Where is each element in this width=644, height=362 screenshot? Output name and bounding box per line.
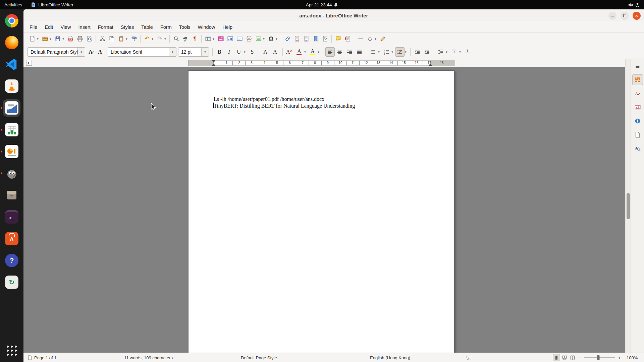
sidebar-tab-styles[interactable]: A [632, 88, 643, 99]
insert-text-box-button[interactable] [235, 34, 244, 44]
font-color-button[interactable]: A [294, 47, 304, 57]
insert-chart-button[interactable] [225, 34, 235, 44]
formatting-marks-button[interactable]: ¶ [190, 34, 200, 44]
insert-bookmark-button[interactable] [311, 34, 320, 44]
dock-item-ubuntu-software[interactable]: A [3, 230, 20, 247]
clear-formatting-button[interactable]: A× [285, 47, 294, 57]
right-indent-marker[interactable] [429, 63, 432, 66]
new-document-button[interactable] [28, 34, 37, 44]
subscript-button[interactable]: A₂ [271, 47, 280, 57]
maximize-button[interactable] [621, 12, 629, 20]
dock-item-help[interactable]: ? [3, 252, 20, 269]
zoom-out-button[interactable]: − [579, 355, 583, 360]
menu-window[interactable]: Window [195, 23, 219, 31]
view-multi-page-button[interactable] [561, 354, 568, 361]
sidebar-tab-page[interactable] [632, 129, 643, 140]
tab-stop-type-selector[interactable]: L [26, 60, 32, 66]
sidebar-tab-gallery[interactable] [632, 102, 643, 113]
show-applications-button[interactable] [3, 342, 20, 359]
bold-button[interactable]: B [215, 47, 224, 57]
increase-indent-button[interactable] [413, 47, 422, 57]
left-indent-marker[interactable] [212, 63, 215, 66]
ordered-list-button[interactable]: 1.2.3. [382, 47, 391, 57]
sidebar-settings-button[interactable]: ≡ [632, 61, 643, 71]
focused-app-indicator[interactable]: LibreOffice Writer [26, 0, 78, 9]
activities-button[interactable]: Activities [0, 0, 26, 9]
minimize-button[interactable]: – [608, 12, 616, 20]
justify-button[interactable] [355, 47, 364, 57]
sidebar-tab-properties[interactable] [632, 74, 643, 85]
show-draw-functions-button[interactable] [378, 34, 387, 44]
cut-button[interactable] [98, 34, 107, 44]
increase-paragraph-spacing-button[interactable] [463, 47, 472, 57]
spelling-button[interactable]: AB [181, 34, 190, 44]
align-right-button[interactable] [345, 47, 354, 57]
view-single-page-button[interactable] [553, 354, 560, 361]
dock-item-libreoffice-calc[interactable] [3, 121, 20, 138]
document-page[interactable]: Ls -lh /home/user/paper01.pdf /home/user… [188, 70, 454, 353]
insert-field-button[interactable] [254, 34, 263, 44]
close-button[interactable]: × [633, 12, 641, 20]
insert-cross-reference-button[interactable] [320, 34, 330, 44]
dock-item-vlc[interactable] [3, 77, 20, 95]
decrease-indent-button[interactable] [422, 47, 432, 57]
sidebar-tab-navigator[interactable] [632, 116, 643, 126]
clone-formatting-button[interactable] [129, 34, 139, 44]
strikethrough-button[interactable]: S [248, 47, 257, 57]
document-line-2[interactable]: TinyBERT: Distilling BERT for Natural La… [214, 103, 430, 109]
dock-item-gimp[interactable] [3, 165, 20, 182]
open-file-button[interactable] [40, 34, 50, 44]
document-line-1[interactable]: Ls -lh /home/user/paper01.pdf /home/user… [214, 96, 430, 103]
unordered-list-button[interactable] [368, 47, 378, 57]
zoom-slider[interactable] [584, 357, 615, 358]
horizontal-ruler[interactable]: L 1 2 3 4 5 6 7 8 9 10 11 12 [23, 59, 625, 67]
dock-item-vscode[interactable] [3, 56, 20, 73]
redo-button[interactable]: ↷ [155, 34, 164, 44]
zoom-in-button[interactable]: + [618, 355, 622, 360]
paragraph-spacing-button[interactable] [449, 47, 459, 57]
save-button[interactable] [53, 34, 62, 44]
power-icon[interactable] [635, 2, 640, 7]
page-style[interactable]: Default Page Style [241, 355, 277, 360]
print-button[interactable] [75, 34, 85, 44]
paste-button[interactable] [116, 34, 126, 44]
menu-view[interactable]: View [57, 23, 74, 31]
insert-comment-button[interactable] [333, 34, 343, 44]
insert-image-button[interactable] [216, 34, 225, 44]
menu-help[interactable]: Help [219, 23, 236, 31]
menu-styles[interactable]: Styles [117, 23, 138, 31]
font-size-combo[interactable]: 12 pt ▾ [178, 47, 209, 57]
export-pdf-button[interactable] [66, 34, 75, 44]
vertical-scrollbar[interactable] [625, 59, 631, 353]
dock-item-libreoffice-impress[interactable] [3, 143, 20, 160]
font-name-dropdown[interactable]: ▾ [169, 48, 176, 56]
menu-edit[interactable]: Edit [41, 23, 56, 31]
clock[interactable]: Apr 21 23:44 [306, 2, 332, 7]
dock-item-files[interactable] [3, 186, 20, 204]
insert-footnote-button[interactable]: 1 [292, 34, 302, 44]
zoom-slider-track[interactable] [584, 357, 615, 358]
copy-button[interactable] [107, 34, 116, 44]
insert-table-button[interactable] [203, 34, 213, 44]
menu-table[interactable]: Table [138, 23, 156, 31]
paragraph-style-dropdown[interactable]: ▾ [77, 48, 85, 56]
find-and-replace-button[interactable] [171, 34, 181, 44]
print-preview-button[interactable] [85, 34, 94, 44]
font-size-dropdown[interactable]: ▾ [201, 48, 209, 56]
insert-special-character-button[interactable]: Ω [266, 34, 276, 44]
ruler-band[interactable]: 1 2 3 4 5 6 7 8 9 10 11 12 13 14 [188, 60, 455, 66]
zoom-level[interactable]: 100% [627, 355, 638, 360]
track-changes-button[interactable] [343, 34, 352, 44]
selection-mode-icon[interactable] [466, 355, 472, 360]
dock-item-chrome[interactable] [3, 12, 20, 29]
menu-file[interactable]: File [26, 23, 41, 31]
document-canvas[interactable]: Ls -lh /home/user/paper01.pdf /home/user… [23, 67, 625, 353]
volume-icon[interactable] [628, 2, 633, 7]
zoom-slider-thumb[interactable] [597, 355, 600, 360]
align-left-button[interactable] [325, 47, 335, 57]
menu-tools[interactable]: Tools [176, 23, 194, 31]
new-style-button[interactable]: A+ [97, 47, 106, 57]
page-count[interactable]: Page 1 of 1 [34, 355, 57, 360]
paragraph-style-combo[interactable]: Default Paragraph Styl ▾ [28, 47, 85, 57]
document-text[interactable]: Ls -lh /home/user/paper01.pdf /home/user… [214, 96, 430, 109]
